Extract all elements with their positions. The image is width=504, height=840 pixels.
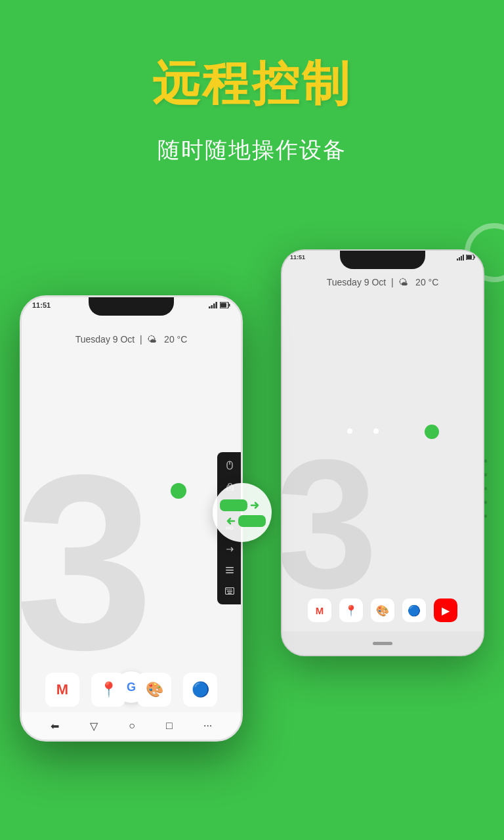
ctrl-rotate-icon[interactable]	[222, 541, 238, 557]
svg-rect-28	[238, 515, 266, 527]
app-photos-back[interactable]: 🎨	[371, 598, 394, 622]
svg-rect-9	[213, 304, 215, 309]
nav-home-indicator	[373, 642, 392, 645]
phone-front: 11:51	[20, 295, 243, 742]
header: 远程控制 随时随地操作设备	[0, 0, 504, 165]
svg-rect-0	[457, 259, 458, 261]
app-maps-back[interactable]: 📍	[339, 598, 363, 622]
phone-back-dock: M 📍 🎨 🔵 ▶	[282, 598, 483, 622]
svg-rect-22	[226, 589, 228, 590]
main-title: 远程控制	[0, 52, 504, 116]
app-photos-front[interactable]: 🎨	[137, 673, 171, 707]
phone-back-status-bar: 11:51	[282, 254, 483, 261]
nav-back-btn[interactable]: ⬅	[51, 720, 59, 732]
ctrl-mouse-icon[interactable]	[222, 457, 238, 473]
app-chrome-front[interactable]: 🔵	[183, 673, 217, 707]
phone-front-date-text: Tuesday 9 Oct | 🌤 20 °C	[75, 334, 188, 345]
app-gmail-back[interactable]: M	[308, 598, 331, 622]
phone-back-date-text: Tuesday 9 Oct | 🌤 20 °C	[327, 277, 439, 287]
svg-rect-26	[228, 593, 232, 594]
svg-rect-23	[228, 589, 230, 590]
phone-front-screen: 11:51	[22, 297, 241, 740]
page-wrapper: 远程控制 随时随地操作设备 11:51	[0, 0, 504, 840]
svg-rect-25	[227, 591, 232, 592]
app-chrome-back[interactable]: 🔵	[402, 598, 426, 622]
phone-back-watermark: 3	[282, 432, 378, 616]
svg-rect-19	[226, 570, 234, 571]
phones-container: 11:51	[0, 210, 504, 840]
swap-button[interactable]	[213, 483, 272, 542]
svg-rect-3	[463, 255, 464, 261]
phone-front-status-bar: 11:51	[22, 301, 241, 309]
svg-rect-12	[229, 304, 230, 306]
phone-front-watermark: 3	[22, 438, 154, 687]
phone-front-date: Tuesday 9 Oct | 🌤 20 °C	[22, 333, 241, 345]
battery-icon	[466, 255, 475, 260]
svg-rect-18	[226, 567, 234, 568]
ctrl-keyboard-icon[interactable]	[222, 583, 238, 599]
nav-more-btn[interactable]: ···	[203, 720, 212, 732]
phone-back-screen: 11:51	[282, 251, 483, 655]
svg-rect-27	[220, 499, 247, 511]
phone-front-dock: M 📍 🎨 🔵	[22, 673, 241, 707]
svg-rect-20	[226, 572, 234, 574]
dot-green-back	[425, 425, 439, 439]
battery-icon-front	[220, 302, 230, 308]
svg-rect-1	[459, 257, 460, 261]
signal-icon	[457, 255, 465, 261]
phone-front-time: 11:51	[32, 301, 51, 309]
ctrl-settings-icon[interactable]	[222, 562, 238, 578]
svg-rect-24	[230, 589, 232, 590]
nav-home-btn[interactable]: ▽	[90, 720, 98, 732]
app-gmail-front[interactable]: M	[45, 673, 79, 707]
svg-rect-8	[211, 305, 213, 308]
svg-rect-5	[474, 257, 476, 259]
svg-rect-7	[209, 306, 211, 308]
signal-icon-front	[209, 302, 218, 308]
phone-back-date: Tuesday 9 Oct | 🌤 20 °C	[282, 277, 483, 287]
phone-back: 11:51	[281, 249, 484, 656]
phone-back-nav	[282, 631, 483, 655]
nav-square-btn[interactable]: □	[166, 720, 173, 732]
phone-front-nav: ⬅ ▽ ○ □ ···	[22, 712, 241, 740]
app-maps-front[interactable]: 📍	[91, 673, 125, 707]
app-youtube-back[interactable]: ▶	[434, 598, 457, 622]
phone-back-time: 11:51	[290, 254, 305, 261]
sub-title: 随时随地操作设备	[0, 135, 504, 165]
svg-rect-10	[216, 302, 218, 308]
dot-green-front	[171, 483, 186, 499]
swap-icon	[220, 498, 264, 527]
svg-rect-13	[220, 303, 226, 308]
svg-rect-2	[461, 256, 462, 261]
dot-white-1	[373, 429, 379, 434]
svg-rect-6	[467, 255, 472, 259]
nav-recents-btn[interactable]: ○	[129, 720, 135, 732]
